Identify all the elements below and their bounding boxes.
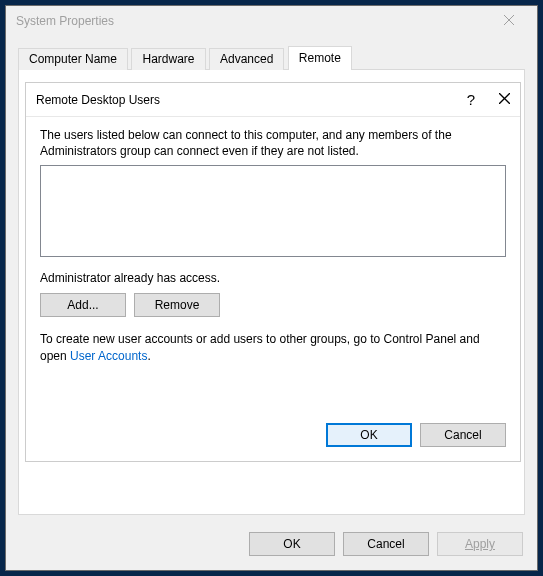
dialog-cancel-button[interactable]: Cancel (420, 423, 506, 447)
remove-button[interactable]: Remove (134, 293, 220, 317)
tabstrip: Computer Name Hardware Advanced Remote (18, 46, 525, 70)
window-close-button[interactable] (486, 7, 531, 35)
titlebar: System Properties (6, 6, 537, 36)
dialog-body: The users listed below can connect to th… (26, 117, 520, 376)
outer-cancel-button[interactable]: Cancel (343, 532, 429, 556)
tab-remote[interactable]: Remote (288, 46, 352, 71)
dialog-titlebar: Remote Desktop Users ? (26, 83, 520, 117)
dialog-close-button[interactable] (499, 93, 510, 107)
tab-computer-name[interactable]: Computer Name (18, 48, 128, 71)
window-title: System Properties (16, 14, 114, 28)
remote-desktop-users-dialog: Remote Desktop Users ? The users listed … (25, 82, 521, 462)
close-icon (504, 14, 514, 28)
system-properties-window: System Properties Computer Name Hardware… (5, 5, 538, 571)
dialog-description: The users listed below can connect to th… (40, 127, 506, 159)
dialog-help-button[interactable]: ? (467, 91, 475, 108)
add-button[interactable]: Add... (40, 293, 126, 317)
outer-ok-button[interactable]: OK (249, 532, 335, 556)
tab-panel-remote: Remote Desktop Users ? The users listed … (18, 70, 525, 515)
dialog-title: Remote Desktop Users (36, 93, 160, 107)
user-accounts-link[interactable]: User Accounts (70, 349, 147, 363)
tab-hardware[interactable]: Hardware (131, 48, 205, 71)
users-listbox[interactable] (40, 165, 506, 257)
outer-apply-button: Apply (437, 532, 523, 556)
tab-advanced[interactable]: Advanced (209, 48, 284, 71)
admin-access-note: Administrator already has access. (40, 271, 506, 285)
hint-post: . (147, 349, 150, 363)
dialog-ok-button[interactable]: OK (326, 423, 412, 447)
hint-text: To create new user accounts or add users… (40, 331, 506, 363)
